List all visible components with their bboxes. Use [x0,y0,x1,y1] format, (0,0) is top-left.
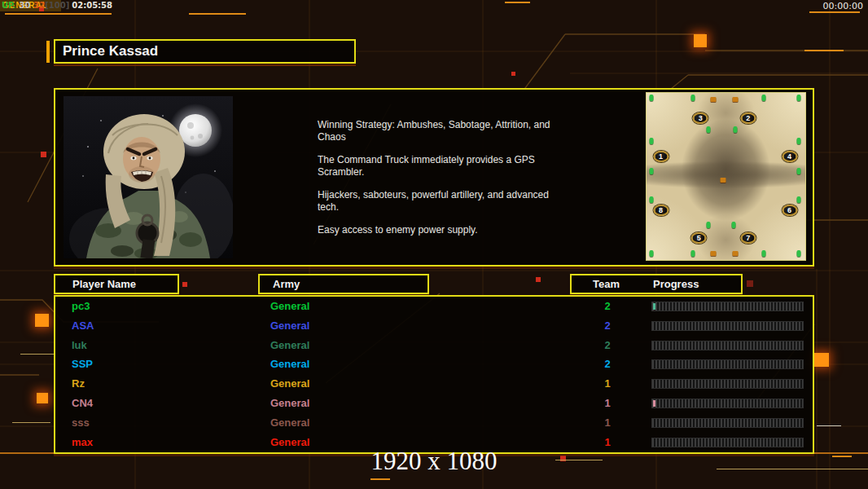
supply-dot-icon [732,222,736,228]
decor-dash [5,13,112,15]
player-army: General [270,397,309,409]
player-team: 2 [599,358,616,370]
decor-red-square [511,72,515,76]
decor-dash [370,478,390,480]
player-team: 1 [599,416,616,429]
supply-dot-icon [690,250,695,257]
player-row: ASA General 2 [55,316,813,336]
strategy-line: Easy access to enemy power supply. [318,224,566,236]
supply-dot-icon [797,138,801,144]
supply-dot-icon [649,250,653,257]
decor-dash [809,11,860,13]
supply-dot-icon [734,126,738,133]
loading-progress-bar [651,418,804,428]
player-list-panel: pc3 General 2 ASA General 2 luk General … [54,295,814,454]
decor-orange-glow-square [35,314,49,327]
supply-dot-icon [649,95,653,101]
strategy-text: Winning Strategy: Ambushes, Sabotage, At… [318,119,566,247]
header-progress-label: Progress [653,275,699,293]
portrait-illustration [64,96,233,258]
general-portrait [64,96,233,258]
player-army: General [270,319,309,332]
status-value-2: 32 [33,1,45,10]
tech-marker-icon [733,97,739,102]
supply-dot-icon [762,95,766,101]
player-team: 1 [599,397,616,409]
decor-dash [189,13,246,15]
status-value-1: 30 [19,1,30,10]
loading-progress-bar [651,379,804,389]
player-team: 1 [599,377,616,390]
general-info-panel: Winning Strategy: Ambushes, Sabotage, At… [54,88,814,267]
loading-progress-bar [651,341,804,350]
loading-progress-bar [651,302,804,311]
player-team: 2 [599,319,616,332]
general-name: Prince Kassad [55,41,354,59]
supply-dot-icon [690,95,695,101]
supply-dot-icon [649,196,653,203]
general-name-box: Prince Kassad [54,39,356,64]
player-row: pc3 General 2 [55,297,813,316]
player-row: SSP General 2 [55,355,813,374]
decor-dash [804,50,844,51]
progress-fill [653,400,655,407]
decor-rust-line [54,65,356,66]
decor-dash [505,2,530,3]
player-army: General [270,377,309,390]
map-start-position: 1 [653,151,669,162]
loading-progress-bar [651,438,804,447]
elapsed-time: 02:05:58 [72,1,112,10]
resolution-watermark: 1920 x 1080 [0,447,868,476]
header-team-label: Team [593,275,620,293]
player-name: SSP [72,358,93,370]
decor-orange-bar [46,41,50,63]
decor-dash [12,422,50,423]
header-player-name: Player Name [54,274,179,294]
supply-dot-icon [649,138,653,144]
player-team: 2 [599,339,616,351]
player-name: luk [72,339,87,351]
status-value-3: [100] [45,1,69,10]
tech-marker-icon [710,97,716,102]
player-row: Rz General 1 [55,374,813,394]
tech-marker-icon [733,251,739,256]
progress-fill [653,303,655,310]
header-team-progress: Team Progress [570,274,743,294]
decor-dash [817,425,841,426]
loading-progress-bar [651,359,804,369]
player-army: General [270,300,309,312]
player-row: CN4 General 1 [55,394,813,413]
header-army: Army [258,274,429,294]
player-name: ASA [72,319,94,332]
header-player-name-label: Player Name [55,275,178,293]
map-start-position: 2 [740,112,756,124]
loading-progress-bar [651,321,804,331]
game-clock: 00:00:00 [823,1,863,11]
decor-orange-glow-square [694,34,707,47]
decor-orange-glow-square [37,393,48,403]
player-name: sss [72,416,90,429]
header-army-label: Army [260,275,427,293]
network-status-bar: UP.3032[100]02:05:58 [2,1,112,10]
player-row: luk General 2 [55,336,813,355]
strategy-line: The Command Truck immediately provides a… [318,154,566,178]
decor-red-square [182,282,187,287]
player-army: General [270,416,309,429]
supply-dot-icon [649,168,653,174]
player-name: Rz [72,377,85,390]
strategy-line: Winning Strategy: Ambushes, Sabotage, At… [318,119,566,143]
supply-dot-icon [797,196,801,203]
decor-orange-glow-square [814,353,829,367]
player-name: pc3 [72,300,90,312]
tech-marker-icon [720,178,726,183]
loading-progress-bar [651,399,804,408]
player-name: CN4 [72,397,93,409]
map-start-position: 4 [782,151,797,162]
decor-red-square [747,280,753,287]
strategy-line: Hijackers, saboteurs, powerful artillery… [318,189,566,214]
decor-red-square [536,277,541,282]
player-row: sss General 1 [55,413,813,433]
map-start-position: 5 [691,232,707,244]
supply-dot-icon [762,250,766,257]
supply-dot-icon [707,222,711,228]
